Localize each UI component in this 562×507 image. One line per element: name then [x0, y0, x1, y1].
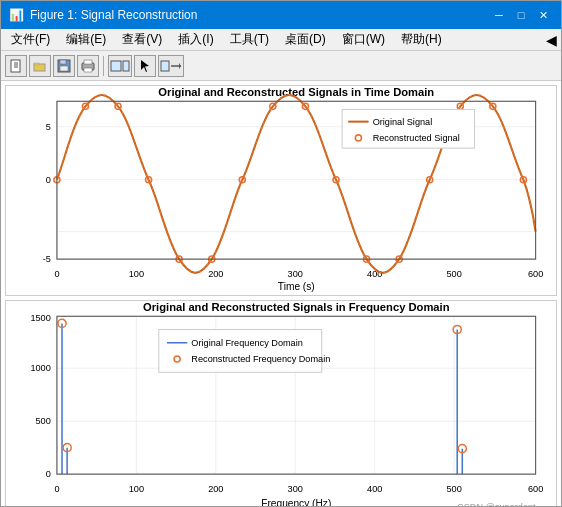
x-axis-label-freq: Frequency (Hz)	[261, 498, 331, 506]
minimize-button[interactable]: ─	[489, 5, 509, 25]
watermark-text: CSDN @superdont	[457, 502, 536, 506]
toolbar-open[interactable]	[29, 55, 51, 77]
freq-x-0: 0	[54, 484, 59, 494]
svg-rect-5	[34, 63, 39, 65]
svg-rect-0	[11, 60, 20, 72]
freq-legend-recon-label: Reconstructed Frequency Domain	[191, 354, 330, 364]
window-title: Figure 1: Signal Reconstruction	[30, 8, 197, 22]
x-label-200: 200	[208, 269, 223, 279]
toolbar-cursor[interactable]	[134, 55, 156, 77]
toolbar-zoom[interactable]	[108, 55, 132, 77]
title-bar-left: 📊 Figure 1: Signal Reconstruction	[9, 8, 197, 22]
legend-recon-label: Reconstructed Signal	[373, 133, 460, 143]
menu-bar: 文件(F) 编辑(E) 查看(V) 插入(I) 工具(T) 桌面(D) 窗口(W…	[1, 29, 561, 51]
toolbar-separator-1	[103, 56, 104, 76]
menu-tools[interactable]: 工具(T)	[224, 30, 275, 49]
print-icon	[81, 59, 95, 73]
time-domain-svg: Original and Reconstructed Signals in Ti…	[6, 86, 556, 295]
freq-x-400: 400	[367, 484, 382, 494]
x-label-600: 600	[528, 269, 543, 279]
menu-view[interactable]: 查看(V)	[116, 30, 168, 49]
toolbar-new[interactable]	[5, 55, 27, 77]
plot-container: Original and Reconstructed Signals in Ti…	[5, 85, 557, 506]
svg-rect-10	[84, 60, 92, 64]
freq-y-0: 0	[46, 469, 51, 479]
menu-window[interactable]: 窗口(W)	[336, 30, 391, 49]
toolbar-pan[interactable]	[158, 55, 184, 77]
svg-rect-11	[84, 68, 92, 72]
x-label-500: 500	[447, 269, 462, 279]
toolbar-save[interactable]	[53, 55, 75, 77]
title-bar-buttons: ─ □ ✕	[489, 5, 553, 25]
freq-y-500: 500	[36, 416, 51, 426]
y-label-0: 0	[46, 175, 51, 185]
freq-x-100: 100	[129, 484, 144, 494]
menu-desktop[interactable]: 桌面(D)	[279, 30, 332, 49]
cursor-icon	[138, 59, 152, 73]
pan-icon	[160, 59, 182, 73]
toolbar	[1, 51, 561, 81]
freq-title: Original and Reconstructed Signals in Fr…	[143, 301, 450, 313]
freq-legend-box	[159, 329, 322, 372]
legend-orig-label: Original Signal	[373, 117, 433, 127]
svg-marker-17	[179, 63, 181, 69]
svg-marker-14	[141, 60, 149, 72]
main-window: 📊 Figure 1: Signal Reconstruction ─ □ ✕ …	[0, 0, 562, 507]
y-label-5: 5	[46, 122, 51, 132]
new-icon	[9, 59, 23, 73]
save-icon	[57, 59, 71, 73]
x-label-0: 0	[54, 269, 59, 279]
x-label-400: 400	[367, 269, 382, 279]
zoom-icon	[110, 59, 130, 73]
svg-rect-12	[111, 61, 121, 71]
svg-rect-13	[123, 61, 129, 71]
menu-edit[interactable]: 编辑(E)	[60, 30, 112, 49]
freq-x-300: 300	[288, 484, 303, 494]
freq-domain-svg: Original and Reconstructed Signals in Fr…	[6, 301, 556, 506]
freq-x-500: 500	[447, 484, 462, 494]
freq-y-1000: 1000	[30, 363, 50, 373]
close-button[interactable]: ✕	[533, 5, 553, 25]
freq-domain-plot: Original and Reconstructed Signals in Fr…	[5, 300, 557, 506]
freq-y-1500: 1500	[30, 313, 50, 323]
x-axis-label-time: Time (s)	[278, 281, 315, 292]
maximize-button[interactable]: □	[511, 5, 531, 25]
title-bar: 📊 Figure 1: Signal Reconstruction ─ □ ✕	[1, 1, 561, 29]
svg-rect-15	[161, 61, 169, 71]
time-domain-plot: Original and Reconstructed Signals in Ti…	[5, 85, 557, 296]
freq-legend-orig-label: Original Frequency Domain	[191, 338, 302, 348]
x-label-300: 300	[288, 269, 303, 279]
menu-file[interactable]: 文件(F)	[5, 30, 56, 49]
x-label-100: 100	[129, 269, 144, 279]
freq-x-600: 600	[528, 484, 543, 494]
window-icon: 📊	[9, 8, 24, 22]
open-icon	[33, 59, 47, 73]
figure-area: Original and Reconstructed Signals in Ti…	[1, 81, 561, 506]
arrow-icon[interactable]: ◀	[546, 32, 557, 48]
menu-help[interactable]: 帮助(H)	[395, 30, 448, 49]
svg-rect-8	[60, 66, 68, 71]
toolbar-print[interactable]	[77, 55, 99, 77]
svg-rect-7	[60, 60, 66, 64]
freq-x-200: 200	[208, 484, 223, 494]
menu-insert[interactable]: 插入(I)	[172, 30, 219, 49]
y-label-n5: -5	[43, 254, 51, 264]
